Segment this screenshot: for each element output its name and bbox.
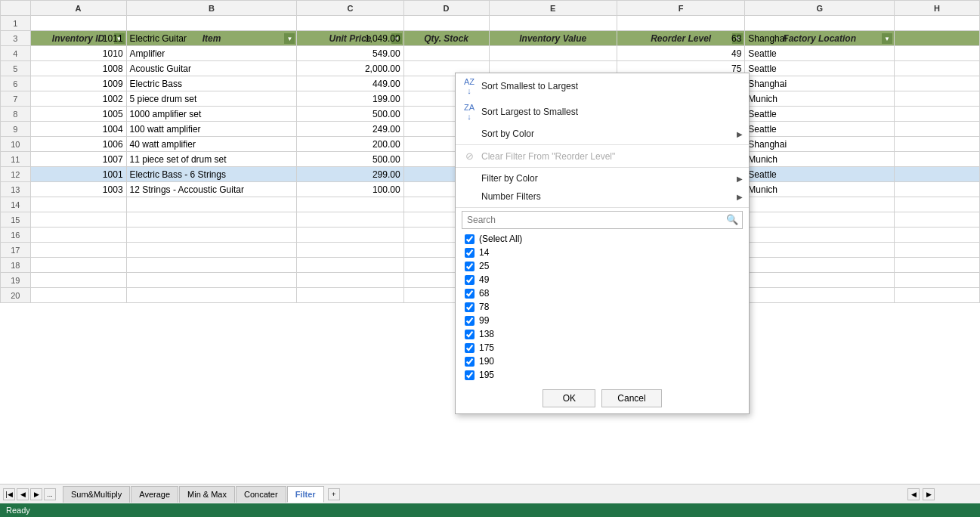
cell-c9[interactable]: 249.00 — [297, 122, 403, 137]
cell-e3[interactable] — [489, 31, 617, 46]
checklist-item-3[interactable]: 49 — [462, 273, 743, 286]
checklist-checkbox-8[interactable] — [465, 343, 475, 353]
cell-a10[interactable]: 1006 — [30, 137, 126, 152]
cell-h14[interactable] — [895, 197, 980, 212]
cell-g18[interactable] — [745, 258, 895, 273]
cell-h15[interactable] — [895, 212, 980, 228]
cell-c19[interactable] — [297, 273, 403, 288]
cell-b5[interactable]: Acoustic Guitar — [126, 61, 297, 76]
checklist-checkbox-4[interactable] — [465, 289, 475, 299]
cell-a16[interactable] — [30, 228, 126, 243]
cell-b11[interactable]: 11 piece set of drum set — [126, 152, 297, 167]
cell-g4[interactable]: Seattle — [745, 46, 895, 61]
checklist-checkbox-2[interactable] — [465, 262, 475, 271]
cell-f3[interactable]: 68 — [617, 31, 744, 46]
row-num-5[interactable]: 5 — [1, 61, 31, 76]
row-num-13[interactable]: 13 — [1, 182, 31, 197]
tab-nav-next[interactable]: ▶ — [30, 488, 42, 500]
tab-nav-prev[interactable]: ◀ — [17, 488, 29, 500]
col-header-f[interactable]: F — [617, 1, 744, 16]
cell-c7[interactable]: 199.00 — [297, 91, 403, 107]
cell-c18[interactable] — [297, 258, 403, 273]
cell-a14[interactable] — [30, 197, 126, 212]
cell-a4[interactable]: 1010 — [30, 46, 126, 61]
cell-c12[interactable]: 299.00 — [297, 167, 403, 182]
cell-c13[interactable]: 100.00 — [297, 182, 403, 197]
checklist-checkbox-10[interactable] — [465, 370, 475, 380]
checklist-item-9[interactable]: 190 — [462, 354, 743, 368]
cell-b18[interactable] — [126, 258, 297, 273]
cell-a19[interactable] — [30, 273, 126, 288]
cell-b10[interactable]: 40 watt amplifier — [126, 137, 297, 152]
cell-c5[interactable]: 2,000.00 — [297, 61, 403, 76]
checklist-item-8[interactable]: 175 — [462, 341, 743, 354]
cell-h3[interactable] — [895, 31, 980, 46]
row-num-6[interactable]: 6 — [1, 76, 31, 91]
col-header-h[interactable]: H — [895, 1, 980, 16]
cell-h1[interactable] — [895, 16, 980, 31]
cell-a18[interactable] — [30, 258, 126, 273]
cell-b9[interactable]: 100 watt amplifier — [126, 122, 297, 137]
cell-h13[interactable] — [895, 182, 980, 197]
cell-g20[interactable] — [745, 288, 895, 303]
checklist-checkbox-0[interactable] — [465, 234, 475, 244]
cell-c17[interactable] — [297, 243, 403, 258]
cell-g1[interactable] — [745, 16, 895, 31]
cell-g13[interactable]: Munich — [745, 182, 895, 197]
cell-c10[interactable]: 200.00 — [297, 137, 403, 152]
cell-c8[interactable]: 500.00 — [297, 107, 403, 122]
col-header-a[interactable]: A — [30, 1, 126, 16]
row-num-11[interactable]: 11 — [1, 152, 31, 167]
cell-b4[interactable]: Amplifier — [126, 46, 297, 61]
row-num-3[interactable]: 3 — [1, 31, 31, 46]
cell-e4[interactable] — [489, 46, 617, 61]
tab-minmax[interactable]: Min & Max — [179, 486, 235, 503]
checklist-checkbox-7[interactable] — [465, 330, 475, 339]
cell-h6[interactable] — [895, 76, 980, 91]
cell-h8[interactable] — [895, 107, 980, 122]
menu-clear-filter[interactable]: ⊘ Clear Filter From "Reorder Level" — [456, 147, 749, 166]
checklist-item-0[interactable]: (Select All) — [462, 232, 743, 246]
cell-a6[interactable]: 1009 — [30, 76, 126, 91]
cell-g3[interactable]: Shanghai — [745, 31, 895, 46]
col-header-e[interactable]: E — [489, 1, 617, 16]
row-num-8[interactable]: 8 — [1, 107, 31, 122]
cell-a8[interactable]: 1005 — [30, 107, 126, 122]
tab-filter[interactable]: Filter — [287, 486, 324, 503]
checklist-item-1[interactable]: 14 — [462, 246, 743, 259]
row-num-15[interactable]: 15 — [1, 212, 31, 228]
cell-c11[interactable]: 500.00 — [297, 152, 403, 167]
col-header-d[interactable]: D — [403, 1, 489, 16]
cell-h9[interactable] — [895, 122, 980, 137]
cell-g7[interactable]: Munich — [745, 91, 895, 107]
filter-search-box[interactable]: 🔍 — [462, 211, 743, 229]
cell-b15[interactable] — [126, 212, 297, 228]
cell-c16[interactable] — [297, 228, 403, 243]
cell-h4[interactable] — [895, 46, 980, 61]
cell-b19[interactable] — [126, 273, 297, 288]
cell-g8[interactable]: Seattle — [745, 107, 895, 122]
row-num-7[interactable]: 7 — [1, 91, 31, 107]
cell-c6[interactable]: 449.00 — [297, 76, 403, 91]
cell-f4[interactable]: 49 — [617, 46, 744, 61]
cell-a3[interactable]: 1011 — [30, 31, 126, 46]
cell-g9[interactable]: Seattle — [745, 122, 895, 137]
row-num-16[interactable]: 16 — [1, 228, 31, 243]
cell-h16[interactable] — [895, 228, 980, 243]
cell-f1[interactable] — [617, 16, 744, 31]
cell-h7[interactable] — [895, 91, 980, 107]
cell-b8[interactable]: 1000 amplifier set — [126, 107, 297, 122]
cell-c4[interactable]: 549.00 — [297, 46, 403, 61]
cell-b6[interactable]: Electric Bass — [126, 76, 297, 91]
cell-b13[interactable]: 12 Strings - Accoustic Guitar — [126, 182, 297, 197]
row-num-19[interactable]: 19 — [1, 273, 31, 288]
row-num-12[interactable]: 12 — [1, 167, 31, 182]
checklist-item-5[interactable]: 78 — [462, 300, 743, 314]
scroll-right-btn[interactable]: ▶ — [923, 488, 935, 500]
checklist-checkbox-6[interactable] — [465, 316, 475, 326]
cell-g14[interactable] — [745, 197, 895, 212]
cell-h10[interactable] — [895, 137, 980, 152]
col-header-b[interactable]: B — [126, 1, 297, 16]
filter-checklist[interactable]: (Select All)142549687899138175190195 — [462, 232, 743, 382]
row-num-10[interactable]: 10 — [1, 137, 31, 152]
